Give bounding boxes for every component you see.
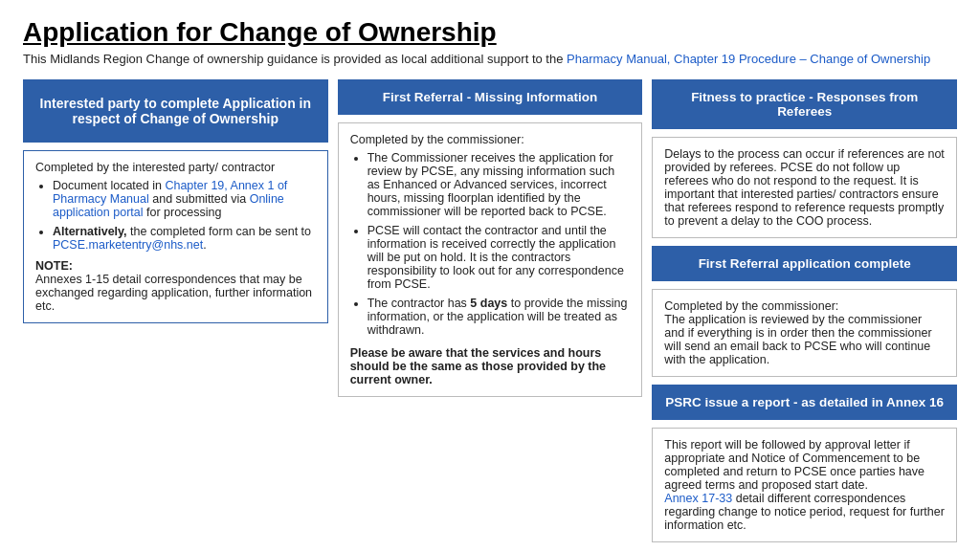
annex17-33-link[interactable]: Annex 17-33 xyxy=(664,492,732,505)
col2-bullet1: The Commissioner receives the applicatio… xyxy=(368,151,631,218)
col3-card2-text: The application is reviewed by the commi… xyxy=(664,313,931,366)
col2-body: Completed by the commissioner: The Commi… xyxy=(338,122,643,397)
col3-card3: This report will be followed by approval… xyxy=(652,428,957,542)
col3-header1: Fitness to practice - Responses from Ref… xyxy=(652,79,957,129)
col2-bullet2: PCSE will contact the contractor and unt… xyxy=(368,224,631,291)
col3-card3-text: This report will be followed by approval… xyxy=(664,438,924,492)
col1-b1-t1: Document located in xyxy=(53,179,165,192)
col1-bullet1: Document located in Chapter 19, Annex 1 … xyxy=(53,179,316,219)
pharmacy-manual-link[interactable]: Pharmacy Manual, Chapter 19 Procedure – … xyxy=(567,52,930,66)
col3-card2: Completed by the commissioner: The appli… xyxy=(652,289,957,377)
col3-header3: PSRC issue a report - as detailed in Ann… xyxy=(652,385,957,420)
col1: Interested party to complete Application… xyxy=(23,79,328,323)
col2-header: First Referral - Missing Information xyxy=(338,79,643,115)
col2-intro: Completed by the commissioner: xyxy=(350,133,631,146)
col2-bullets: The Commissioner receives the applicatio… xyxy=(350,151,631,337)
col3: Fitness to practice - Responses from Ref… xyxy=(652,79,957,542)
page-title: Application for Change of Ownership xyxy=(23,17,957,48)
col1-b1-t3: for processing xyxy=(144,206,222,219)
col1-b2-t: the completed form can be sent to xyxy=(127,225,311,238)
pcse-email-link[interactable]: PCSE.marketentry@nhs.net xyxy=(53,238,203,252)
col2: First Referral - Missing Information Com… xyxy=(338,79,643,397)
col1-intro: Completed by the interested party/ contr… xyxy=(35,161,316,174)
col3-card2-intro: Completed by the commissioner: xyxy=(664,299,838,313)
col1-note-text: Annexes 1-15 detail correspondences that… xyxy=(35,273,312,313)
col1-b2-period: . xyxy=(203,238,206,252)
col1-bullet2: Alternatively, the completed form can be… xyxy=(53,225,316,252)
col1-bullets: Document located in Chapter 19, Annex 1 … xyxy=(35,179,316,252)
main-grid: Interested party to complete Application… xyxy=(23,79,957,542)
subtitle-text: This Midlands Region Change of ownership… xyxy=(23,52,567,66)
col1-header: Interested party to complete Application… xyxy=(23,79,328,143)
col3-header2: First Referral application complete xyxy=(652,246,957,281)
col3-h3-text: PSRC issue a report - as detailed in xyxy=(665,395,886,409)
col1-b2-bold: Alternatively, xyxy=(53,225,127,238)
col1-body: Completed by the interested party/ contr… xyxy=(23,150,328,323)
col2-bullet3: The contractor has 5 days to provide the… xyxy=(368,297,631,337)
col1-b1-t2: and submitted via xyxy=(149,192,250,206)
col2-footer: Please be aware that the services and ho… xyxy=(350,346,631,386)
col2-5days: 5 days xyxy=(470,297,507,310)
col1-note-label: NOTE: xyxy=(35,259,73,273)
col3-card1: Delays to the process can occur if refer… xyxy=(652,137,957,238)
subtitle: This Midlands Region Change of ownership… xyxy=(23,52,957,66)
col1-note: NOTE: Annexes 1-15 detail correspondence… xyxy=(35,259,316,313)
annex16-header-link[interactable]: Annex 16 xyxy=(886,395,944,409)
